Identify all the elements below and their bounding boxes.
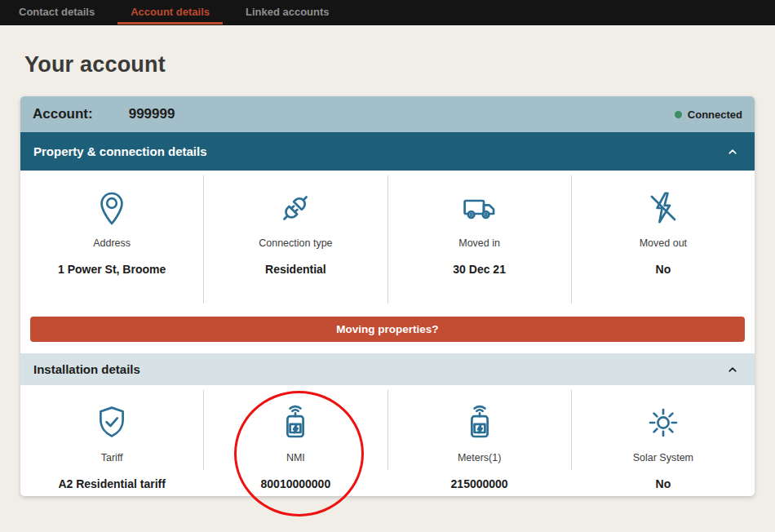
plug-connection-icon (276, 188, 315, 228)
connection-status-badge: Connected (675, 109, 742, 121)
section-header-property-connection[interactable]: Property & connection details (20, 132, 755, 171)
detail-label: Connection type (259, 237, 332, 249)
detail-item-tariff: Tariff A2 Residential tariff (20, 385, 203, 483)
detail-item-moved-out: Moved out No (572, 171, 755, 317)
detail-value: 30 Dec 21 (453, 263, 506, 276)
detail-label: Moved out (640, 237, 687, 249)
moving-properties-button[interactable]: Moving properties? (30, 317, 745, 342)
connection-status-text: Connected (688, 109, 742, 121)
section-header-installation[interactable]: Installation details (20, 353, 755, 385)
connected-dot-icon (675, 111, 682, 118)
installation-details-row: Tariff A2 Residential tariff NMI 8001000… (20, 385, 755, 483)
detail-label: Tariff (101, 452, 123, 463)
detail-item-meters: Meters(1) 215000000 (388, 385, 571, 483)
detail-label: Meters(1) (458, 452, 501, 463)
truck-icon (460, 188, 499, 228)
sun-icon (644, 403, 683, 442)
detail-value: 80010000000 (261, 477, 331, 490)
detail-value: 215000000 (451, 477, 508, 490)
detail-label: Solar System (633, 452, 693, 463)
tab-linked-accounts[interactable]: Linked accounts (246, 0, 330, 25)
detail-label: NMI (286, 452, 305, 463)
detail-value: 1 Power St, Broome (58, 263, 166, 276)
location-pin-icon (92, 188, 131, 228)
detail-label: Address (93, 237, 131, 249)
section-title: Property & connection details (33, 144, 207, 158)
tab-account-details[interactable]: Account details (131, 0, 210, 25)
detail-value: A2 Residential tariff (58, 477, 165, 490)
property-details-row: Address 1 Power St, Broome Connection ty… (20, 171, 755, 317)
account-number: 999999 (129, 106, 175, 122)
tab-contact-details[interactable]: Contact details (19, 0, 95, 25)
detail-value: Residential (265, 263, 326, 276)
page-title: Your account (24, 52, 166, 78)
no-power-icon (644, 188, 683, 228)
smart-meter-icon (460, 403, 499, 442)
detail-item-solar-system: Solar System No (572, 385, 755, 483)
detail-value: No (656, 263, 671, 276)
detail-item-nmi: NMI 80010000000 (204, 385, 387, 483)
account-label: Account: (33, 106, 93, 122)
detail-item-moved-in: Moved in 30 Dec 21 (388, 171, 571, 317)
top-tab-bar: Contact details Account details Linked a… (0, 0, 775, 25)
section-title: Installation details (33, 362, 140, 376)
chevron-up-icon[interactable] (724, 143, 742, 161)
account-card: Account: 999999 Connected Property & con… (20, 96, 755, 496)
smart-meter-icon (276, 403, 315, 442)
account-bar: Account: 999999 Connected (20, 96, 755, 132)
detail-item-connection-type: Connection type Residential (204, 171, 387, 317)
detail-label: Moved in (458, 237, 500, 249)
chevron-up-icon[interactable] (724, 361, 742, 379)
detail-value: No (656, 477, 671, 490)
detail-item-address: Address 1 Power St, Broome (20, 171, 203, 317)
shield-check-icon (92, 403, 131, 442)
